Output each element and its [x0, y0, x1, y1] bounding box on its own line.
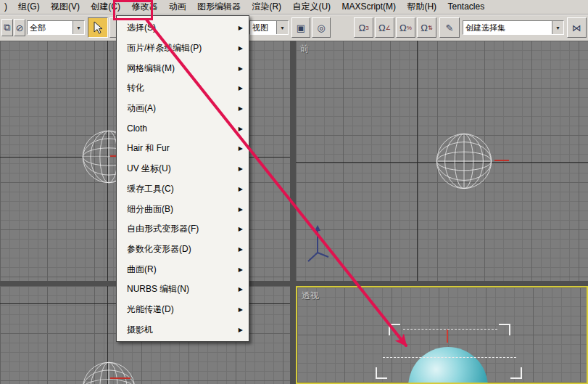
menu-item-create[interactable]: 创建(C): [86, 0, 125, 14]
submenu-arrow-icon: ▶: [239, 145, 243, 152]
modifier-menu-item-parametric-deformers[interactable]: 参数化变形器(D)▶: [117, 240, 249, 260]
menu-item-customize[interactable]: 自定义(U): [288, 0, 335, 14]
gizmo-dashed-line: [383, 357, 516, 358]
unlink-selection-button[interactable]: ⊘: [14, 19, 25, 36]
pivot-center-icon: ▣: [297, 23, 305, 33]
reference-coordinate-system-dropdown[interactable]: 视图 ▼: [249, 20, 289, 35]
modifier-menu-item-cameras[interactable]: 摄影机▶: [117, 319, 249, 340]
menu-item-label: 动画(A): [127, 102, 239, 115]
select-and-link-button[interactable]: ⧉: [1, 19, 13, 36]
modifier-menu-item-free-form-deformers[interactable]: 自由形式变形器(F)▶: [117, 219, 249, 240]
submenu-arrow-icon: ▶: [239, 166, 243, 172]
edit-named-selection-sets-button[interactable]: ✎: [439, 17, 460, 38]
menu-item-label: 网格编辑(M): [127, 62, 239, 75]
chevron-down-icon[interactable]: ▼: [552, 21, 563, 34]
link-icon: ⧉: [4, 22, 10, 33]
modifier-menu-item-selection[interactable]: 选择(S)▶: [117, 18, 249, 38]
submenu-arrow-icon: ▶: [239, 286, 243, 293]
x-axis-gizmo: [110, 377, 131, 379]
modifier-menu-item-hair-and-fur[interactable]: Hair 和 Fur▶: [117, 139, 249, 159]
menu-item-partial[interactable]: ): [0, 0, 12, 14]
selection-bracket-icon: [499, 324, 510, 335]
submenu-arrow-icon: ▶: [239, 25, 243, 31]
menu-item-label: 曲面(R): [127, 264, 239, 276]
menu-item-label: Cloth: [127, 123, 239, 134]
menu-item-modifiers[interactable]: 修改器: [127, 0, 162, 14]
named-selection-set-combo[interactable]: 创建选择集 ▼: [463, 20, 564, 35]
spinner-snap-toggle-button[interactable]: Ω⇅: [417, 17, 436, 38]
snap-toggle-3d-button[interactable]: Ω3: [354, 17, 373, 38]
wireframe-sphere[interactable]: [435, 132, 493, 190]
submenu-arrow-icon: ▶: [239, 206, 243, 213]
submenu-arrow-icon: ▶: [239, 266, 243, 273]
menu-item-label: Hair 和 Fur: [127, 142, 239, 155]
modifier-menu-item-subdivision-surfaces[interactable]: 细分曲面(B)▶: [117, 199, 249, 219]
menu-item-label: NURBS 编辑(N): [127, 283, 239, 295]
menu-item-rendering[interactable]: 渲染(R): [247, 0, 286, 14]
mirror-button[interactable]: ⋈: [567, 17, 587, 38]
viewport-perspective[interactable]: 透视: [296, 286, 588, 384]
submenu-arrow-icon: ▶: [239, 126, 243, 132]
coordinate-system-value: 视图: [250, 23, 276, 33]
shaded-sphere[interactable]: [408, 347, 488, 384]
select-object-button[interactable]: [88, 17, 108, 38]
modifier-menu-item-conversion[interactable]: 转化▶: [117, 78, 249, 99]
percent-snap-toggle-button[interactable]: Ω%: [396, 17, 415, 38]
menu-item-label: 选择(S): [127, 22, 239, 34]
menu-item-group[interactable]: 组(G): [14, 0, 44, 14]
menu-item-label: 面片/样条线编辑(P): [127, 42, 239, 54]
modifier-menu-item-surface[interactable]: 曲面(R)▶: [117, 259, 249, 279]
selection-filter-dropdown[interactable]: 全部 ▼: [27, 20, 85, 35]
edit-sets-icon: ✎: [446, 23, 454, 33]
submenu-arrow-icon: ▶: [239, 45, 243, 52]
submenu-arrow-icon: ▶: [239, 85, 243, 91]
percent-snap-superscript: %: [407, 25, 412, 31]
menu-item-views[interactable]: 视图(V): [46, 0, 84, 14]
angle-snap-superscript: ∠: [386, 25, 391, 31]
submenu-arrow-icon: ▶: [239, 327, 243, 333]
cursor-arrow-icon: [92, 21, 104, 34]
menu-item-tentacles[interactable]: Tentacles: [443, 0, 489, 14]
modifier-menu-item-cloth[interactable]: Cloth▶: [117, 118, 249, 139]
modifier-menu-item-animation[interactable]: 动画(A)▶: [117, 99, 249, 119]
submenu-arrow-icon: ▶: [239, 246, 243, 253]
menu-bar: ) 组(G) 视图(V) 创建(C) 修改器 动画 图形编辑器 渲染(R) 自定…: [0, 0, 588, 15]
submenu-arrow-icon: ▶: [239, 186, 243, 192]
modifiers-menu: 选择(S)▶ 面片/样条线编辑(P)▶ 网格编辑(M)▶ 转化▶ 动画(A)▶ …: [116, 15, 249, 342]
chevron-down-icon[interactable]: ▼: [276, 21, 288, 34]
chevron-down-icon[interactable]: ▼: [73, 21, 84, 34]
menu-item-graph-editors[interactable]: 图形编辑器: [193, 0, 245, 14]
z-axis-gizmo: [447, 330, 448, 343]
viewport-front[interactable]: 前: [296, 41, 588, 281]
modifier-menu-item-patch-spline-editing[interactable]: 面片/样条线编辑(P)▶: [117, 38, 249, 59]
menu-item-animation[interactable]: 动画: [165, 0, 191, 14]
snap-3d-superscript: 3: [365, 25, 368, 31]
selection-bracket-icon: [376, 367, 387, 379]
selection-bracket-icon: [389, 324, 400, 335]
menu-item-label: 转化: [127, 82, 239, 94]
spinner-snap-superscript: ⇅: [428, 25, 433, 31]
modifier-menu-item-mesh-editing[interactable]: 网格编辑(M)▶: [117, 58, 249, 78]
menu-item-help[interactable]: 帮助(H): [402, 0, 441, 14]
submenu-arrow-icon: ▶: [239, 306, 243, 313]
main-toolbar: ⧉ ⊘ 全部 ▼ ≡ 视图 ▼ ▣ ◎ Ω3 Ω∠ Ω% Ω⇅ ✎: [0, 15, 588, 41]
magnet-icon: Ω: [358, 23, 365, 33]
modifier-menu-item-cache-tools[interactable]: 缓存工具(C)▶: [117, 179, 249, 200]
angle-snap-toggle-button[interactable]: Ω∠: [375, 17, 394, 38]
wireframe-sphere[interactable]: [81, 361, 136, 384]
mirror-icon: ⋈: [572, 23, 581, 33]
menu-item-maxscript[interactable]: MAXScript(M): [337, 0, 400, 14]
submenu-arrow-icon: ▶: [239, 65, 243, 72]
grid-axis-vertical: [417, 41, 418, 281]
magnet-icon: Ω: [421, 23, 428, 33]
modifier-menu-item-nurbs-editing[interactable]: NURBS 编辑(N)▶: [117, 279, 249, 300]
menu-item-label: 摄影机: [127, 324, 239, 336]
use-pivot-point-center-button[interactable]: ▣: [291, 17, 310, 38]
select-and-manipulate-button[interactable]: ◎: [312, 17, 331, 38]
manipulate-icon: ◎: [317, 23, 325, 33]
selection-bracket-icon: [510, 367, 522, 379]
menu-item-label: 细分曲面(B): [127, 203, 239, 216]
modifier-menu-item-radiosity[interactable]: 光能传递(D)▶: [117, 300, 249, 320]
menu-item-label: 参数化变形器(D): [127, 243, 239, 256]
modifier-menu-item-uv-coordinates[interactable]: UV 坐标(U)▶: [117, 159, 249, 179]
